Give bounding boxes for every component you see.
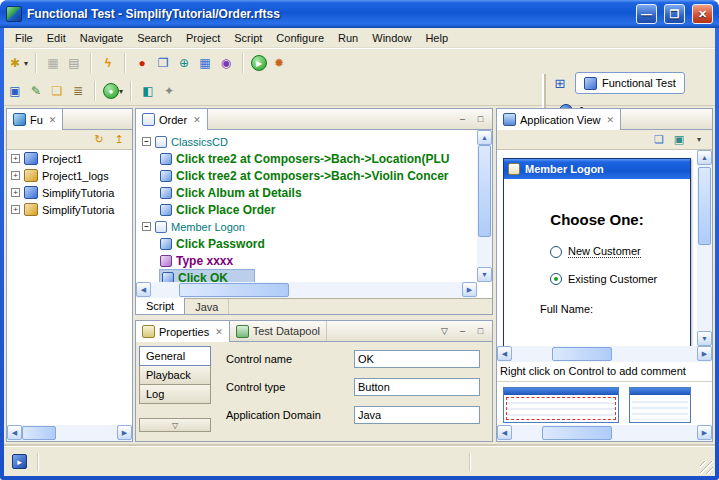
insert-statement-icon[interactable]: ● bbox=[103, 83, 119, 99]
menu-navigate[interactable]: Navigate bbox=[73, 30, 130, 46]
new-test-folder-icon[interactable]: ❏ bbox=[48, 82, 66, 100]
scroll-left-icon[interactable]: ◀ bbox=[497, 346, 512, 361]
new-project-icon[interactable]: ▣ bbox=[6, 82, 24, 100]
title-bar[interactable]: Functional Test - SimplifyTutorial/Order… bbox=[0, 0, 719, 28]
maximize-view-icon[interactable]: □ bbox=[473, 112, 488, 126]
new-script-wizard-icon[interactable]: ✱ bbox=[6, 54, 24, 72]
script-line-click-ok-selected[interactable]: Click OK bbox=[136, 269, 477, 282]
menu-configure[interactable]: Configure bbox=[269, 30, 331, 46]
expander-icon[interactable]: + bbox=[11, 171, 20, 180]
open-perspective-icon[interactable]: ⊞ bbox=[551, 74, 569, 92]
side-tab-playback[interactable]: Playback bbox=[139, 365, 211, 385]
scroll-left-icon[interactable]: ◀ bbox=[7, 425, 22, 440]
view-menu-icon[interactable]: ▾ bbox=[691, 132, 707, 148]
configure-tools-icon[interactable]: ✦ bbox=[160, 82, 178, 100]
new-dropdown-icon[interactable]: ▾ bbox=[24, 59, 28, 68]
scroll-left-icon[interactable]: ◀ bbox=[497, 425, 512, 440]
scroll-right-icon[interactable]: ▶ bbox=[697, 346, 712, 361]
menu-edit[interactable]: Edit bbox=[40, 30, 73, 46]
explorer-hscrollbar[interactable]: ◀ ▶ bbox=[7, 425, 132, 441]
enable-environments-icon[interactable]: ◧ bbox=[139, 82, 157, 100]
collapse-icon[interactable]: − bbox=[142, 222, 151, 231]
tree-item-project1-logs[interactable]: + Project1_logs bbox=[7, 167, 132, 184]
scroll-right-icon[interactable]: ▶ bbox=[697, 425, 712, 440]
resize-grip[interactable] bbox=[700, 461, 713, 474]
snapshot-thumbnail-2[interactable] bbox=[629, 387, 691, 423]
menu-file[interactable]: File bbox=[8, 30, 40, 46]
close-icon[interactable]: ✕ bbox=[191, 115, 201, 125]
collapse-icon[interactable]: − bbox=[142, 137, 151, 146]
expander-icon[interactable]: + bbox=[11, 205, 20, 214]
script-group-member-logon[interactable]: − Member Logon bbox=[136, 218, 477, 235]
member-logon-dialog-snapshot[interactable]: Member Logon Choose One: New Customer Ex… bbox=[503, 158, 691, 346]
thumbnails-hscrollbar[interactable]: ◀ ▶ bbox=[497, 425, 712, 441]
application-view-vscrollbar[interactable]: ▲ ▼ bbox=[697, 150, 712, 346]
display-capture-icon[interactable]: ▣ bbox=[671, 132, 687, 148]
insert-verification-point-icon[interactable]: ◉ bbox=[217, 54, 235, 72]
application-view-hscrollbar[interactable]: ◀ ▶ bbox=[497, 346, 712, 362]
side-tab-general[interactable]: General bbox=[139, 346, 211, 366]
side-tab-log[interactable]: Log bbox=[139, 384, 211, 404]
scroll-up-icon[interactable]: ▲ bbox=[697, 150, 712, 165]
expander-icon[interactable]: + bbox=[11, 154, 20, 163]
debug-script-icon[interactable]: ✹ bbox=[270, 54, 288, 72]
tab-functional-test-projects[interactable]: Fu ✕ bbox=[7, 109, 63, 130]
close-button[interactable]: ✕ bbox=[692, 4, 713, 24]
script-line-click-tree2-violin[interactable]: Click tree2 at Composers->Bach->Violin C… bbox=[136, 167, 477, 184]
new-empty-script-icon[interactable]: ✎ bbox=[27, 82, 45, 100]
tab-java-source[interactable]: Java bbox=[185, 299, 229, 314]
script-line-click-album[interactable]: Click Album at Details bbox=[136, 184, 477, 201]
control-name-input[interactable] bbox=[354, 350, 480, 368]
script-line-type-xxxx[interactable]: Type xxxx bbox=[136, 252, 477, 269]
tab-test-datapool[interactable]: Test Datapool bbox=[230, 321, 327, 341]
expander-icon[interactable]: + bbox=[11, 188, 20, 197]
script-line-click-password[interactable]: Click Password bbox=[136, 235, 477, 252]
add-comment-icon[interactable]: ❏ bbox=[651, 132, 667, 148]
maximize-view-icon[interactable]: □ bbox=[473, 324, 488, 338]
tree-item-simplifytutorial-logs[interactable]: + SimplifyTutoria bbox=[7, 201, 132, 218]
open-object-map-icon[interactable]: ▦ bbox=[196, 54, 214, 72]
editor-vscrollbar[interactable]: ▲ ▼ bbox=[477, 130, 492, 282]
menu-project[interactable]: Project bbox=[179, 30, 227, 46]
test-object-inspector-icon[interactable]: ⊕ bbox=[175, 54, 193, 72]
side-tabs-more-icon[interactable]: ▽ bbox=[139, 418, 211, 432]
radio-icon[interactable] bbox=[550, 246, 562, 258]
start-application-icon[interactable]: ❐ bbox=[154, 54, 172, 72]
perspective-functional-test[interactable]: Functional Test bbox=[575, 72, 685, 94]
scroll-thumb[interactable] bbox=[698, 167, 711, 245]
tab-script-source[interactable]: Script bbox=[136, 298, 185, 314]
scroll-down-icon[interactable]: ▼ bbox=[477, 267, 492, 282]
insert-dropdown-icon[interactable]: ▾ bbox=[119, 87, 123, 96]
save-icon[interactable]: ▦ bbox=[44, 54, 62, 72]
collapse-all-icon[interactable]: ↥ bbox=[111, 132, 127, 148]
menu-window[interactable]: Window bbox=[365, 30, 418, 46]
menu-help[interactable]: Help bbox=[418, 30, 455, 46]
menu-search[interactable]: Search bbox=[130, 30, 179, 46]
scroll-thumb[interactable] bbox=[552, 347, 612, 361]
scroll-left-icon[interactable]: ◀ bbox=[136, 282, 151, 297]
snapshot-thumbnail-1[interactable] bbox=[503, 387, 619, 423]
minimize-button[interactable]: — bbox=[636, 4, 657, 24]
tree-item-simplifytutorial[interactable]: + SimplifyTutoria bbox=[7, 184, 132, 201]
scroll-right-icon[interactable]: ▶ bbox=[462, 282, 477, 297]
scroll-thumb[interactable] bbox=[478, 145, 491, 237]
scroll-up-icon[interactable]: ▲ bbox=[477, 130, 492, 145]
radio-existing-customer[interactable]: Existing Customer bbox=[550, 273, 657, 285]
scroll-thumb[interactable] bbox=[542, 426, 612, 440]
minimize-view-icon[interactable]: – bbox=[455, 112, 470, 126]
run-script-icon[interactable]: ▶ bbox=[251, 55, 267, 71]
scroll-thumb[interactable] bbox=[22, 426, 56, 440]
new-log-icon[interactable]: ≣ bbox=[69, 82, 87, 100]
insert-recording-icon[interactable]: ● bbox=[133, 54, 151, 72]
application-domain-input[interactable] bbox=[354, 406, 480, 424]
close-icon[interactable]: ✕ bbox=[605, 115, 615, 125]
editor-hscrollbar[interactable]: ◀ ▶ bbox=[136, 282, 477, 298]
close-icon[interactable]: ✕ bbox=[47, 115, 57, 125]
script-line-click-tree2-location[interactable]: Click tree2 at Composers->Bach->Location… bbox=[136, 150, 477, 167]
radio-new-customer[interactable]: New Customer bbox=[550, 245, 641, 258]
menu-run[interactable]: Run bbox=[331, 30, 365, 46]
close-icon[interactable]: ✕ bbox=[213, 327, 223, 337]
view-menu-icon[interactable]: ▽ bbox=[437, 324, 452, 338]
scroll-right-icon[interactable]: ▶ bbox=[117, 425, 132, 440]
print-icon[interactable]: ▤ bbox=[65, 54, 83, 72]
